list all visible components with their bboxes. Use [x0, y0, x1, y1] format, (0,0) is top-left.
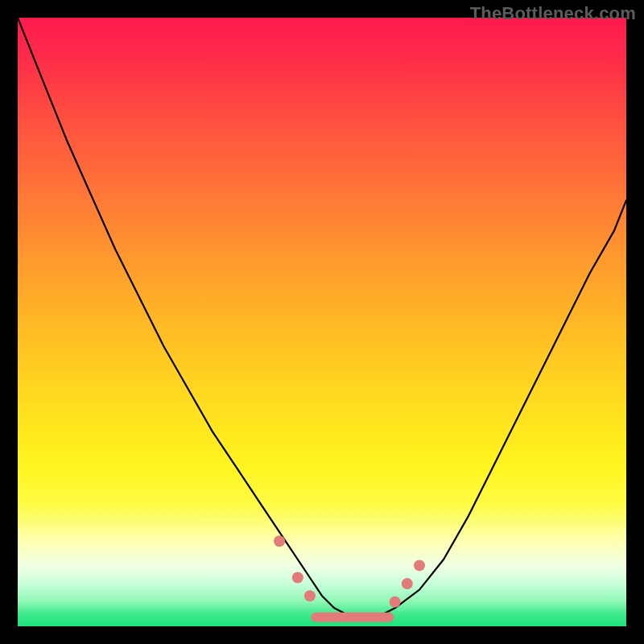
watermark-text: TheBottleneck.com [470, 3, 636, 24]
curve-marker [274, 535, 285, 547]
curve-marker [414, 559, 425, 571]
curve-marker [402, 578, 413, 589]
curve-marker [292, 572, 303, 584]
chart-frame: TheBottleneck.com [0, 0, 644, 644]
curve-marker [390, 597, 401, 608]
curve-svg [18, 18, 626, 626]
marker-group [274, 535, 425, 608]
curve-marker [304, 590, 316, 601]
plot-area [18, 18, 626, 626]
bottleneck-curve [18, 18, 626, 617]
